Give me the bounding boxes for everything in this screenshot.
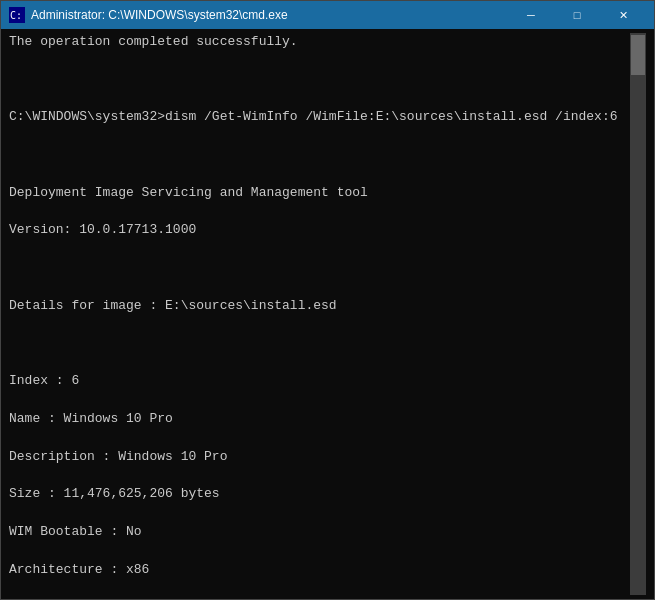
svg-text:C:: C: bbox=[10, 10, 22, 21]
console-line: Deployment Image Servicing and Managemen… bbox=[9, 184, 626, 203]
console-line: Description : Windows 10 Pro bbox=[9, 448, 626, 467]
minimize-button[interactable]: ─ bbox=[508, 1, 554, 29]
console-line: WIM Bootable : No bbox=[9, 523, 626, 542]
console-line: Size : 11,476,625,206 bytes bbox=[9, 485, 626, 504]
console-area: The operation completed successfully. C:… bbox=[1, 29, 654, 599]
cmd-window: C: Administrator: C:\WINDOWS\system32\cm… bbox=[0, 0, 655, 600]
window-controls: ─ □ ✕ bbox=[508, 1, 646, 29]
cmd-icon: C: bbox=[9, 7, 25, 23]
scrollbar-thumb[interactable] bbox=[631, 35, 645, 75]
console-line bbox=[9, 259, 626, 278]
console-line: Details for image : E:\sources\install.e… bbox=[9, 297, 626, 316]
console-text-block: The operation completed successfully. C:… bbox=[9, 33, 626, 595]
console-line: Version: 10.0.17713.1000 bbox=[9, 221, 626, 240]
console-line: Name : Windows 10 Pro bbox=[9, 410, 626, 429]
console-line: Index : 6 bbox=[9, 372, 626, 391]
console-output: The operation completed successfully. C:… bbox=[9, 33, 630, 595]
console-line: Architecture : x86 bbox=[9, 561, 626, 580]
maximize-button[interactable]: □ bbox=[554, 1, 600, 29]
close-button[interactable]: ✕ bbox=[600, 1, 646, 29]
titlebar: C: Administrator: C:\WINDOWS\system32\cm… bbox=[1, 1, 654, 29]
console-line: The operation completed successfully. bbox=[9, 33, 626, 52]
console-line bbox=[9, 71, 626, 90]
window-title: Administrator: C:\WINDOWS\system32\cmd.e… bbox=[31, 8, 508, 22]
console-line bbox=[9, 335, 626, 354]
scrollbar[interactable] bbox=[630, 33, 646, 595]
console-line: C:\WINDOWS\system32>dism /Get-WimInfo /W… bbox=[9, 108, 626, 127]
console-line bbox=[9, 146, 626, 165]
